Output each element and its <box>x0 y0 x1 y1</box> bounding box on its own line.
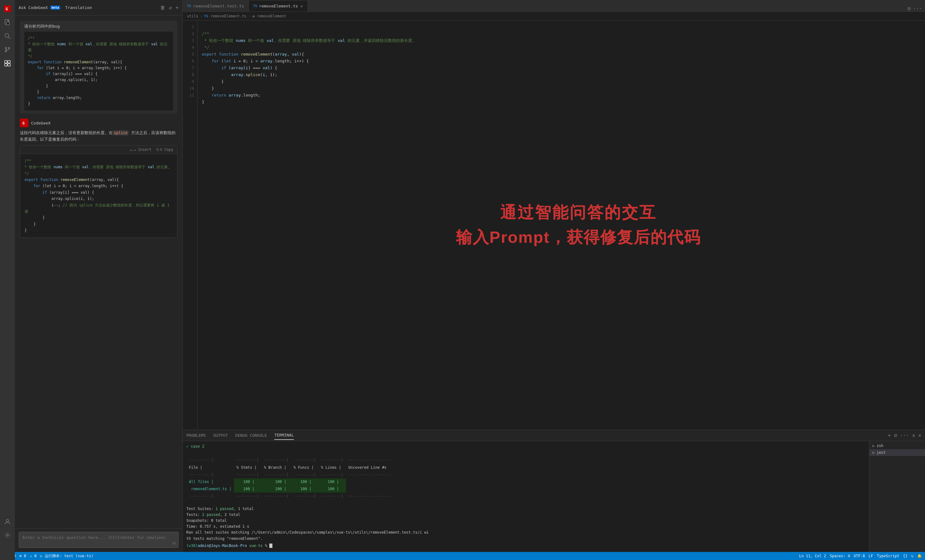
chat-sidebar: Ask CodeGeeX beta Translation 🗑 ↺ + 请分析代… <box>15 0 183 560</box>
code-line: return array.length; <box>28 95 169 101</box>
svg-point-6 <box>5 48 7 49</box>
sep-cell: ---------| <box>234 456 261 464</box>
sep-cell: ---------| <box>291 456 318 464</box>
sync-icon[interactable]: ↻ <box>911 554 913 558</box>
terminal-sidebar-item-jest[interactable]: ▷ jest <box>869 449 925 456</box>
chat-input[interactable] <box>19 532 179 548</box>
tab-test-file[interactable]: TS removeElement.test.ts <box>183 1 249 12</box>
main-container: Ask CodeGeeX beta Translation 🗑 ↺ + 请分析代… <box>15 0 925 560</box>
editor-area: TS removeElement.test.ts TS removeElemen… <box>183 0 925 560</box>
tab-close-icon[interactable]: × <box>300 4 303 9</box>
header-file: File | <box>186 464 234 471</box>
status-right: Ln 11, Col 2 Spaces: 4 UTF-8 LF TypeScri… <box>799 554 922 558</box>
more-actions-icon[interactable]: ··· <box>913 6 922 12</box>
activity-icon-codegee[interactable]: G <box>1 3 14 15</box>
sidebar-header: Ask CodeGeeX beta Translation 🗑 ↺ + <box>15 0 182 15</box>
user-code-block: /** * 给你一个数组 nums 和一个值 val，你需要 原地 移除所有数值… <box>24 32 173 111</box>
header-stmts: % Stmts | <box>234 464 261 471</box>
tab-problems[interactable]: PROBLEMS <box>186 431 206 440</box>
svg-rect-10 <box>8 60 10 63</box>
clear-icon[interactable]: 🗑 <box>160 5 165 11</box>
split-editor-icon[interactable]: ⊡ <box>907 6 910 12</box>
ln-col-label[interactable]: Ln 11, Col 2 <box>799 554 826 558</box>
cell-filename: removeElement.ts | <box>186 485 234 492</box>
bell-icon[interactable]: 🔔 <box>917 554 922 558</box>
ask-codegee-tab[interactable]: Ask CodeGeeX <box>19 5 48 10</box>
line-num: 11 <box>183 92 194 99</box>
sep-cell: ----------| <box>262 471 291 478</box>
terminal-time-line: Time: 0.757 s, estimated 1 s <box>186 524 865 530</box>
terminal-close-icon[interactable]: × <box>918 432 921 438</box>
language-label[interactable]: TypeScript <box>877 554 899 558</box>
translation-tab[interactable]: Translation <box>63 4 95 11</box>
terminal-add-icon[interactable]: + <box>888 432 891 438</box>
terminal-prompt-line: (v38)admin@Jays-MacBook-Pro vue-ts % <box>186 543 865 549</box>
breadcrumb-utils[interactable]: utils <box>187 14 198 18</box>
code-line: } <box>28 101 169 107</box>
tab-terminal[interactable]: TERMINAL <box>274 431 294 440</box>
layout-icon[interactable]: {} <box>903 554 907 558</box>
table-header-row: File | % Stmts | % Branch | % Funcs | % … <box>186 464 393 471</box>
fixed-code-line: /** <box>24 158 173 164</box>
activity-icon-extensions[interactable] <box>1 57 14 69</box>
line-num: 3 <box>183 37 194 44</box>
tab-output[interactable]: OUTPUT <box>213 431 228 440</box>
svg-rect-12 <box>8 64 10 66</box>
sidebar-header-icons: 🗑 ↺ + <box>160 5 179 11</box>
refresh-icon[interactable]: ↺ <box>169 5 172 11</box>
code-line: if (array[i] === val) { <box>28 71 169 77</box>
activity-icon-files[interactable] <box>1 16 14 29</box>
spaces-label[interactable]: Spaces: 4 <box>830 554 850 558</box>
sep-cell: ----------| <box>262 456 291 464</box>
tab-main-file[interactable]: TS removeElement.ts × <box>249 1 308 12</box>
ai-response-text: 这段代码在移除元素之后，没有更新数组的长度。在splice 方法之后，应该将数组… <box>20 130 177 143</box>
fixed-code-line: for (let i = 0; i < array.length; i++) { <box>24 183 173 189</box>
svg-rect-11 <box>5 64 7 66</box>
activity-icon-settings[interactable] <box>1 529 14 541</box>
fixed-code-line: */ <box>24 170 173 177</box>
add-icon[interactable]: + <box>175 5 179 11</box>
svg-text:G: G <box>6 7 8 11</box>
breadcrumb-symbol-name: removeElement <box>257 14 286 18</box>
header-lines: % Lines | <box>318 464 346 471</box>
svg-point-14 <box>6 534 8 536</box>
activity-icon-git[interactable] <box>1 44 14 56</box>
line-numbers: 1 2 3 4 5 6 7 8 9 10 11 <box>183 21 197 429</box>
activity-icon-user[interactable] <box>1 515 14 528</box>
vscode-status-bar: ⎇ PU ⊗ 0 ⚠ 0 ▷ 运行脚本: test (vue-ts) Ln 11… <box>183 552 925 560</box>
terminal-content[interactable]: ✓ case 2 ----------| ---------| --------… <box>183 441 869 560</box>
terminal-split-icon[interactable]: ⊡ <box>894 432 897 438</box>
sep-cell: ----------| <box>262 492 291 500</box>
svg-rect-9 <box>5 60 7 63</box>
cell-file-uncovered <box>346 485 393 492</box>
send-icon[interactable]: ⏎ <box>172 540 175 546</box>
ts-icon-active: TS <box>253 4 257 8</box>
svg-point-4 <box>5 33 9 37</box>
ai-code-block: ↵ ↵ Insert ⎘ ⎘ Copy /** * 给你一个数组 nums 和一… <box>20 145 177 238</box>
line-num: 9 <box>183 78 194 85</box>
terminal-ran-line: Ran all test suites matching /\/Users\/a… <box>186 530 865 536</box>
insert-button[interactable]: ↵ ↵ Insert <box>130 147 152 152</box>
terminal-more-icon[interactable]: ··· <box>900 432 909 438</box>
breadcrumb-file[interactable]: TS removeElement.ts <box>204 14 246 18</box>
svg-line-5 <box>8 37 10 39</box>
line-num: 7 <box>183 65 194 71</box>
breadcrumb-symbol[interactable]: ◇ removeElement <box>253 14 286 18</box>
terminal-line <box>186 500 865 506</box>
copy-button[interactable]: ⎘ ⎘ Copy <box>157 147 173 152</box>
activity-icon-search[interactable] <box>1 30 14 42</box>
code-editor[interactable]: 1 2 3 4 5 6 7 8 9 10 11 /** * 给你一个数组 num… <box>183 21 925 429</box>
editor-code-text[interactable]: /** * 给你一个数组 nums 和一个值 val，你需要 原地 移除所有数值… <box>197 21 925 429</box>
line-ending-label[interactable]: LF <box>869 554 873 558</box>
terminal-sidebar-item-zsh[interactable]: ▷ zsh <box>869 442 925 449</box>
cell-branch: 100 | <box>262 478 291 485</box>
fixed-code-line: * 给你一个数组 nums 和一个值 val，你需要 原地 移除所有数值等于 v… <box>24 164 173 170</box>
breadcrumb-filename: removeElement.ts <box>211 14 247 18</box>
line-num: 4 <box>183 44 194 51</box>
ai-code-body: /** * 给你一个数组 nums 和一个值 val，你需要 原地 移除所有数值… <box>20 154 177 237</box>
terminal-chevron-up-icon[interactable]: ∧ <box>912 432 915 438</box>
terminal-tabs: PROBLEMS OUTPUT DEBUG CONSOLE TERMINAL +… <box>183 430 925 441</box>
sep-cell: ---------| <box>291 492 318 500</box>
encoding-label[interactable]: UTF-8 <box>854 554 865 558</box>
tab-debug-console[interactable]: DEBUG CONSOLE <box>235 431 267 440</box>
